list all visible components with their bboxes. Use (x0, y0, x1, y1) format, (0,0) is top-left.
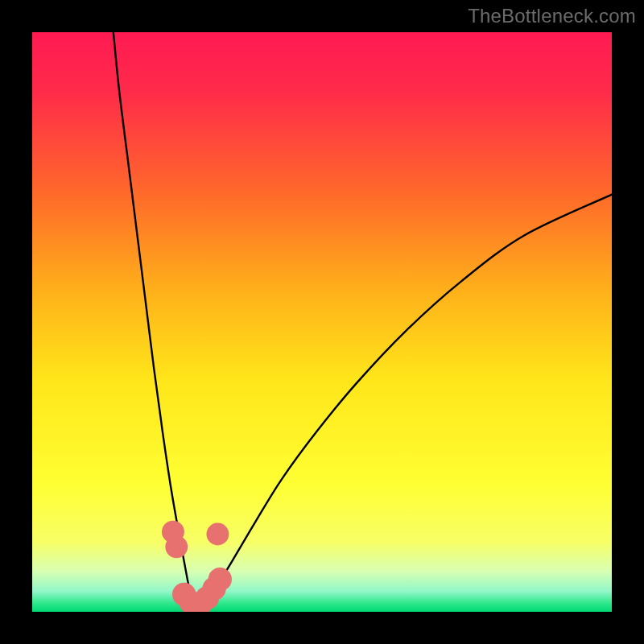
marker-dot (206, 523, 229, 546)
curves-layer (32, 32, 612, 612)
chart-frame: TheBottleneck.com (0, 0, 644, 644)
plot-area (32, 32, 612, 612)
trough-markers (162, 521, 232, 612)
curve-right (195, 195, 612, 609)
curve-left (114, 32, 195, 609)
marker-dot (165, 535, 188, 558)
watermark-text: TheBottleneck.com (468, 5, 636, 27)
marker-dot (208, 568, 232, 591)
